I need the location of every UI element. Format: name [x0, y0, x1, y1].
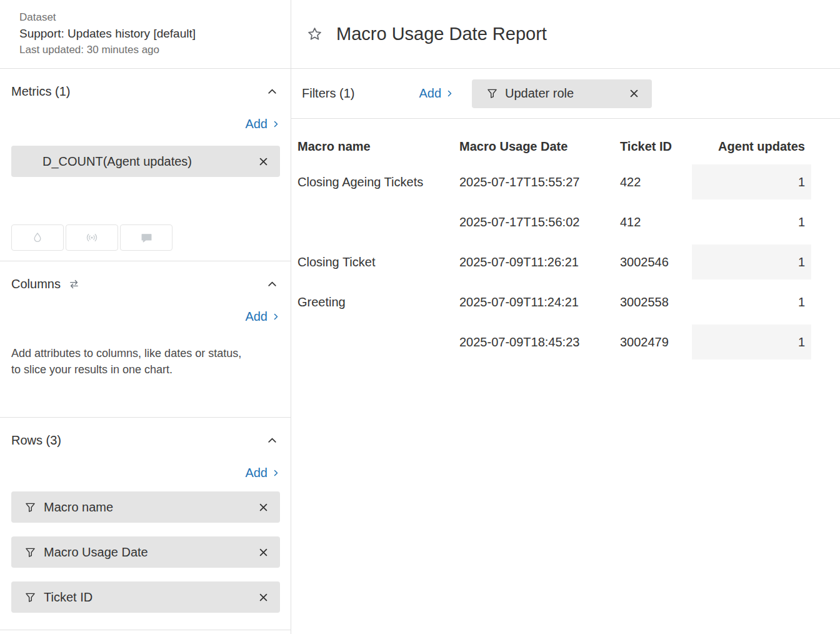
cell-ticket-id: 422	[620, 175, 692, 189]
cell-agent-updates: 1	[692, 164, 811, 199]
remove-filter-button[interactable]	[624, 84, 643, 103]
remove-rows-chip-button[interactable]	[254, 588, 272, 606]
rows-title: Rows (3)	[11, 433, 61, 448]
metrics-title: Metrics (1)	[11, 84, 70, 99]
filters-add-button[interactable]: Add	[419, 86, 454, 101]
cell-macro-name: Closing Ageing Tickets	[298, 175, 459, 189]
rows-panel-header: Rows (3)	[11, 432, 280, 448]
droplet-display-button[interactable]	[11, 224, 64, 251]
cell-agent-updates: 1	[692, 325, 811, 360]
close-icon	[259, 503, 268, 511]
sidebar: Dataset Support: Updates history [defaul…	[0, 0, 291, 634]
table-row: Closing Ticket 2025-07-09T11:26:21 30025…	[298, 242, 840, 282]
rows-chip-label: Macro Usage Date	[44, 545, 254, 560]
close-icon	[630, 89, 638, 98]
funnel-filter-icon	[25, 502, 36, 513]
metrics-add-row: Add	[11, 116, 280, 132]
rows-chip-ticket-id[interactable]: Ticket ID	[11, 581, 280, 613]
droplet-icon	[31, 231, 44, 244]
dataset-info: Dataset Support: Updates history [defaul…	[0, 0, 291, 69]
columns-help-text: Add attributes to columns, like dates or…	[11, 345, 250, 378]
metrics-add-button[interactable]: Add	[245, 116, 280, 132]
filter-chip-updater-role[interactable]: Updater role	[472, 79, 652, 108]
rows-chip-list: Macro name Macro Usage Date Ticket ID	[11, 491, 280, 613]
remove-metric-button[interactable]	[254, 152, 272, 171]
report-header: Macro Usage Date Report	[291, 0, 840, 69]
chevron-right-icon	[272, 120, 280, 128]
cell-agent-updates: 1	[692, 244, 811, 279]
table-row: Closing Ageing Tickets 2025-07-17T15:55:…	[298, 162, 840, 202]
cell-macro-usage-date: 2025-07-17T15:56:02	[459, 215, 620, 229]
header-ticket-id: Ticket ID	[620, 139, 692, 154]
rows-add-button[interactable]: Add	[245, 465, 280, 481]
chevron-right-icon	[446, 89, 454, 98]
rows-chip-macro-name[interactable]: Macro name	[11, 491, 280, 523]
cell-agent-updates-wrap: 1	[692, 282, 811, 322]
results-table: Macro name Macro Usage Date Ticket ID Ag…	[291, 119, 840, 362]
table-row: Greeting 2025-07-09T11:24:21 3002558 1	[298, 282, 840, 322]
cell-ticket-id: 3002546	[620, 255, 692, 269]
cell-macro-usage-date: 2025-07-09T18:45:23	[459, 335, 620, 350]
favorite-star-icon[interactable]	[305, 25, 324, 44]
chevron-up-icon[interactable]	[264, 83, 280, 99]
cell-agent-updates-wrap: 1	[692, 202, 811, 242]
cell-macro-name: Closing Ticket	[298, 255, 459, 269]
report-title: Macro Usage Date Report	[336, 24, 547, 44]
filter-chip-label: Updater role	[505, 86, 624, 101]
close-icon	[259, 158, 268, 166]
filters-label: Filters (1)	[302, 86, 354, 101]
cell-agent-updates: 1	[692, 284, 811, 320]
chat-bubble-display-button[interactable]	[120, 224, 172, 251]
columns-add-label: Add	[245, 309, 268, 324]
metric-chip[interactable]: D_COUNT(Agent updates)	[11, 146, 280, 177]
chevron-right-icon	[272, 469, 280, 477]
columns-panel-header: Columns	[11, 276, 280, 292]
table-row: 2025-07-09T18:45:23 3002479 1	[298, 322, 840, 362]
broadcast-display-button[interactable]	[66, 224, 118, 251]
filters-add-label: Add	[419, 86, 441, 101]
rows-panel: Rows (3) Add Macro name	[0, 418, 291, 630]
remove-rows-chip-button[interactable]	[254, 543, 272, 561]
cell-agent-updates: 1	[692, 204, 811, 239]
cell-ticket-id: 3002479	[620, 335, 692, 350]
table-row: 2025-07-17T15:56:02 412 1	[298, 202, 840, 242]
header-macro-name: Macro name	[298, 139, 459, 154]
header-macro-usage-date: Macro Usage Date	[459, 139, 620, 154]
cell-agent-updates-wrap: 1	[692, 322, 811, 362]
metric-chip-label: D_COUNT(Agent updates)	[42, 154, 254, 169]
table-header-row: Macro name Macro Usage Date Ticket ID Ag…	[298, 131, 840, 162]
broadcast-icon	[85, 231, 99, 244]
cell-agent-updates-wrap: 1	[692, 242, 811, 282]
dataset-last-updated: Last updated: 30 minutes ago	[19, 44, 279, 56]
columns-title-group: Columns	[11, 277, 80, 291]
funnel-filter-icon	[25, 592, 36, 603]
funnel-filter-icon	[25, 547, 36, 558]
cell-macro-usage-date: 2025-07-09T11:24:21	[459, 295, 620, 309]
cell-agent-updates-wrap: 1	[692, 162, 811, 202]
rows-add-label: Add	[245, 466, 268, 480]
metric-display-options	[11, 224, 280, 251]
columns-add-button[interactable]: Add	[245, 309, 280, 325]
close-icon	[259, 548, 268, 556]
cell-macro-usage-date: 2025-07-09T11:26:21	[459, 255, 620, 269]
chevron-right-icon	[272, 313, 280, 321]
header-agent-updates: Agent updates	[692, 139, 811, 154]
cell-macro-usage-date: 2025-07-17T15:55:27	[459, 175, 620, 189]
chevron-up-icon[interactable]	[264, 432, 280, 448]
rows-add-row: Add	[11, 465, 280, 481]
swap-columns-icon[interactable]	[68, 278, 80, 290]
metrics-panel: Metrics (1) Add D_COUNT(Agent updates)	[0, 69, 291, 261]
filter-bar: Filters (1) Add Updater role	[291, 69, 840, 119]
cell-ticket-id: 3002558	[620, 295, 692, 309]
metrics-add-label: Add	[245, 117, 268, 131]
dataset-label: Dataset	[19, 11, 279, 24]
columns-panel: Columns Add Add attributes to columns, l…	[0, 261, 291, 418]
report-main: Macro Usage Date Report Filters (1) Add …	[291, 0, 840, 634]
rows-chip-macro-usage-date[interactable]: Macro Usage Date	[11, 536, 280, 568]
dataset-name: Support: Updates history [default]	[19, 27, 279, 41]
chevron-up-icon[interactable]	[264, 276, 280, 292]
report-builder-app: Dataset Support: Updates history [defaul…	[0, 0, 840, 634]
cell-macro-name: Greeting	[298, 295, 459, 309]
remove-rows-chip-button[interactable]	[254, 498, 272, 516]
rows-chip-label: Macro name	[44, 500, 254, 515]
